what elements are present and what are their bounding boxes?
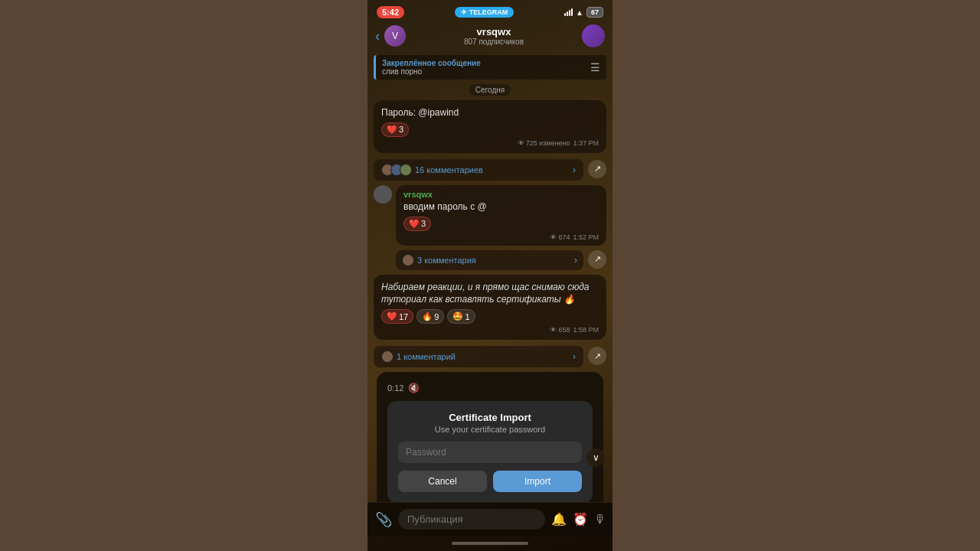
message-1-time: 1:37 PM [573,139,599,147]
video-header: 0:12 🔇 [387,383,593,393]
message-2-container: vrsqwx вводим пароль с @ ❤️ 3 👁 674 [374,185,606,270]
comments-left-3: 1 комментарий [381,350,456,363]
signal-bar-3 [569,10,570,16]
subscriber-count: 807 подписчиков [410,37,577,46]
message-3-views: 👁 658 [550,326,570,334]
reaction-heart-2[interactable]: ❤️ 3 [403,217,431,231]
message-2-wrapper: vrsqwx вводим пароль с @ ❤️ 3 👁 674 [396,185,606,270]
chevron-down-icon: ∨ [593,452,599,463]
heart-emoji-1: ❤️ [387,125,397,135]
status-bar: 5:42 TELEGRAM ▲ 67 [368,0,612,21]
bg-left [0,0,368,551]
message-2-text: вводим пароль с @ [403,201,599,214]
message-3-time: 1:58 PM [573,326,599,334]
pin-icon: ☰ [590,61,600,73]
eye-icon-2: 👁 [550,233,557,241]
comment-avatars-1 [381,164,412,176]
video-time: 0:12 [387,383,403,393]
message-input[interactable] [398,509,545,530]
pinned-sub: слив порно [382,67,481,76]
eye-icon-3: 👁 [550,326,557,334]
signal-bar-2 [567,11,568,16]
signal-bar-1 [564,13,566,16]
home-bar [452,542,528,545]
comment-avatar-3a [381,350,394,363]
messages-area: Закреплённое сообщение слив порно ☰ Сего… [368,52,612,502]
fire-emoji-3: 🔥 [422,311,433,321]
message-3-reactions: ❤️ 17 🔥 9 🤩 1 [381,309,599,324]
mic-icon[interactable]: 🎙 [594,513,606,527]
comments-row-2-wrapper: 3 комментария › ↗ [396,249,606,270]
eye-icon-1: 👁 [518,139,524,147]
comments-arrow-1: › [573,165,576,175]
phone-content: 5:42 TELEGRAM ▲ 67 ‹ V vrsqwx 807 подпис… [368,0,612,551]
comment-avatar-2a [402,254,414,266]
back-button[interactable]: ‹ [375,28,380,44]
pinned-text: Закреплённое сообщение слив порно [382,59,481,76]
message-1-text: Пароль: @ipawind [381,106,599,119]
bottom-icons: 🔔 ⏰ 🎙 [551,512,606,527]
message-1-views: 👁 725 изменено [518,139,570,147]
comments-count-1: 16 комментариев [415,165,483,174]
certificate-import-dialog: Certificate Import Use your certificate … [387,401,593,502]
comments-row-3-wrapper: 1 комментарий › ↗ [374,344,606,367]
message-2: vrsqwx вводим пароль с @ ❤️ 3 👁 674 [396,185,606,246]
message-2-reactions: ❤️ 3 [403,217,599,231]
message-2-username: vrsqwx [403,190,599,199]
comments-row-2[interactable]: 3 комментария › [396,250,583,270]
phone-frame: 5:42 TELEGRAM ▲ 67 ‹ V vrsqwx 807 подпис… [368,0,612,551]
message-3-meta: 👁 658 1:58 PM [381,326,599,334]
cert-password-input[interactable] [398,442,582,463]
message-2-meta: 👁 674 1:52 PM [403,233,599,241]
clock-icon[interactable]: ⏰ [573,512,588,527]
comment-avatars-3 [381,350,394,363]
attach-icon[interactable]: 📎 [375,511,392,528]
signal-bars-icon [564,8,573,16]
pinned-message[interactable]: Закреплённое сообщение слив порно ☰ [374,55,606,80]
header-small-avatar: V [384,25,406,47]
comment-avatars-2 [402,254,414,266]
reaction-fire-3[interactable]: 🔥 9 [416,309,444,324]
comments-row-3[interactable]: 1 комментарий › [374,346,583,367]
message-3-text: Набираем реакции, и я прямо щас снимаю с… [381,281,599,307]
telegram-badge: TELEGRAM [455,7,514,18]
cert-dialog-subtitle: Use your certificate password [398,425,582,434]
header-avatar-right[interactable] [582,24,605,47]
chat-header: ‹ V vrsqwx 807 подписчиков [368,21,612,52]
heart-emoji-3: ❤️ [387,311,397,321]
cert-dialog-buttons: Cancel Import [398,471,582,492]
scroll-down-button[interactable]: ∨ [586,448,605,467]
share-button-3[interactable]: ↗ [588,347,606,365]
signal-bar-4 [571,8,573,16]
heart-emoji-2: ❤️ [409,219,420,229]
message-1-meta: 👁 725 изменено 1:37 PM [381,139,599,147]
reaction-heart-3[interactable]: ❤️ 17 [381,309,413,324]
user-avatar-2 [374,185,392,204]
volume-icon: 🔇 [408,383,420,393]
reaction-heart-1[interactable]: ❤️ 3 [381,122,409,137]
cert-dialog-title: Certificate Import [398,412,582,423]
cert-import-button[interactable]: Import [493,471,582,492]
comments-left-2: 3 комментария [402,254,476,266]
notification-icon[interactable]: 🔔 [551,512,567,527]
cert-dialog-overlay: 0:12 🔇 Certificate Import Use your certi… [377,372,603,502]
comments-row-1[interactable]: 16 комментариев › [374,159,583,181]
heart-count-1: 3 [399,125,403,134]
message-3: Набираем реакции, и я прямо щас снимаю с… [374,275,606,341]
message-2-views: 👁 674 [550,233,570,241]
message-1: Пароль: @ipawind ❤️ 3 👁 725 изменено 1:3… [374,100,606,153]
message-2-time: 1:52 PM [573,233,599,241]
reaction-star-3[interactable]: 🤩 1 [447,309,475,324]
message-1-reactions: ❤️ 3 [381,122,599,137]
status-time: 5:42 [377,6,404,18]
share-button-1[interactable]: ↗ [588,160,606,178]
comments-arrow-3: › [573,351,576,362]
home-indicator [368,536,612,551]
comments-arrow-2: › [574,255,577,266]
share-button-2[interactable]: ↗ [588,250,606,269]
wifi-icon: ▲ [576,8,583,17]
comments-count-3: 1 комментарий [397,352,456,361]
status-right: ▲ 67 [564,7,603,18]
cert-cancel-button[interactable]: Cancel [398,471,487,492]
date-separator: Сегодня [469,84,511,96]
